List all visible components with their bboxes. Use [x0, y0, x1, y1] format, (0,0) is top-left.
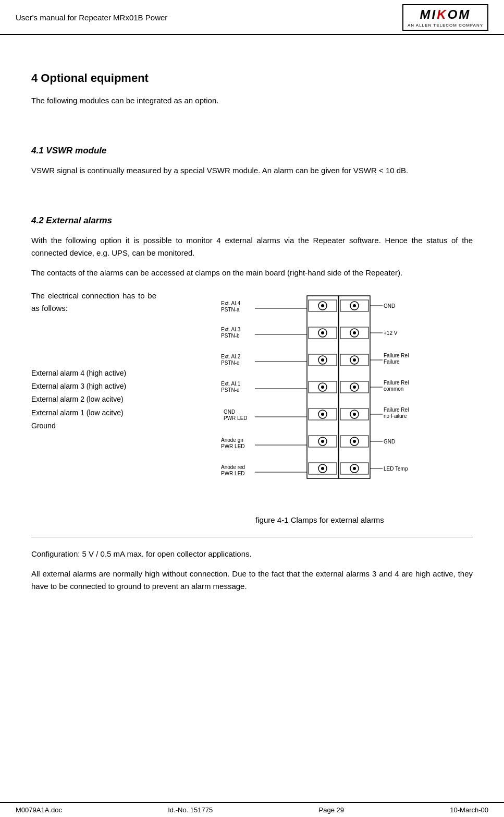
page-footer: M0079A1A.doc Id.-No. 151775 Page 29 10-M…: [0, 802, 504, 817]
svg-text:Failure Rel: Failure Rel: [384, 380, 409, 386]
page-header: User's manual for Repeater MRx01B Power …: [0, 0, 504, 35]
svg-text:PWR LED: PWR LED: [224, 415, 248, 421]
header-title: User's manual for Repeater MRx01B Power: [16, 13, 167, 22]
alarm-labels: External alarm 4 (high active) External …: [31, 367, 156, 432]
svg-point-62: [353, 440, 356, 443]
footer-date: 10-March-00: [450, 806, 488, 814]
section42-body1: With the following option it is possible…: [31, 234, 473, 259]
svg-point-30: [321, 358, 324, 362]
section41-body: VSWR signal is continually measured by a…: [31, 164, 473, 177]
section42-body4: All external alarms are normally high wi…: [31, 568, 473, 593]
svg-text:Ext. AI.4: Ext. AI.4: [221, 301, 241, 306]
logo-mikom: MIKOM: [420, 7, 471, 22]
svg-text:PWR LED: PWR LED: [221, 443, 245, 449]
alarm-label-2: External alarm 2 (low acitve): [31, 393, 156, 406]
svg-point-65: [353, 467, 356, 470]
section42-body2: The contacts of the alarms can be access…: [31, 267, 473, 279]
svg-text:Ext. AI.2: Ext. AI.2: [221, 354, 241, 359]
separator-line: [31, 537, 473, 537]
section42-heading: 4.2 External alarms: [31, 215, 473, 226]
svg-text:GND: GND: [224, 409, 235, 415]
section41-heading: 4.1 VSWR module: [31, 146, 473, 156]
svg-text:Failure Rel: Failure Rel: [384, 353, 409, 358]
svg-text:LED Temp: LED Temp: [384, 466, 408, 472]
svg-point-47: [353, 304, 356, 307]
footer-doc-id: M0079A1A.doc: [16, 806, 62, 814]
svg-text:PWR LED: PWR LED: [221, 471, 245, 476]
logo-subtitle: AN ALLEN TELECOM COMPANY: [408, 23, 483, 28]
svg-point-59: [353, 413, 356, 416]
section42-body3: Configuration: 5 V / 0.5 mA max. for ope…: [31, 548, 473, 560]
figure-caption: figure 4-1 Clamps for external alarms: [167, 515, 473, 524]
svg-text:PSTN-b: PSTN-b: [221, 333, 240, 339]
alarm-label-4: External alarm 4 (high active): [31, 367, 156, 380]
diagram-container: Ext. AI.4 PSTN-a Ext. AI.3 PSTN-b Ext. A…: [221, 290, 419, 510]
footer-id-no: Id.-No. 151775: [168, 806, 213, 814]
figure-right: Ext. AI.4 PSTN-a Ext. AI.3 PSTN-b Ext. A…: [167, 290, 473, 510]
clamps-diagram: Ext. AI.4 PSTN-a Ext. AI.3 PSTN-b Ext. A…: [221, 290, 419, 509]
svg-text:Failure Rel: Failure Rel: [384, 407, 409, 413]
figure-section: The electrical connection has to be as f…: [31, 290, 473, 510]
page-wrapper: User's manual for Repeater MRx01B Power …: [0, 0, 504, 817]
svg-text:PSTN-a: PSTN-a: [221, 307, 240, 313]
svg-text:PSTN-c: PSTN-c: [221, 360, 239, 366]
svg-text:Failure: Failure: [384, 359, 400, 365]
connection-label: The electrical connection has to be as f…: [31, 290, 156, 315]
svg-text:no Failure: no Failure: [384, 413, 407, 419]
section4-intro: The following modules can be integrated …: [31, 94, 473, 107]
svg-point-53: [353, 358, 356, 362]
logo-area: MIKOM AN ALLEN TELECOM COMPANY: [402, 4, 488, 31]
svg-text:Anode gn: Anode gn: [221, 437, 243, 443]
section4-heading: 4 Optional equipment: [31, 71, 473, 85]
svg-point-42: [321, 467, 324, 470]
alarm-label-1: External alarm 1 (low acitve): [31, 406, 156, 419]
svg-text:Ext. AI.3: Ext. AI.3: [221, 327, 241, 332]
svg-point-39: [321, 440, 324, 443]
svg-point-56: [353, 386, 356, 389]
svg-text:GND: GND: [384, 439, 395, 444]
svg-text:PSTN-d: PSTN-d: [221, 387, 240, 393]
svg-point-27: [321, 331, 324, 334]
svg-point-50: [353, 331, 356, 334]
figure-left: The electrical connection has to be as f…: [31, 290, 167, 432]
logo-box: MIKOM AN ALLEN TELECOM COMPANY: [402, 4, 488, 31]
svg-point-36: [321, 413, 324, 416]
svg-text:+12 V: +12 V: [384, 330, 398, 336]
svg-text:common: common: [384, 386, 403, 392]
footer-page: Page 29: [319, 806, 344, 814]
alarm-label-ground: Ground: [31, 419, 156, 432]
svg-text:Anode red: Anode red: [221, 464, 245, 470]
alarm-label-3: External alarm 3 (high active): [31, 380, 156, 393]
svg-point-33: [321, 386, 324, 389]
svg-text:Ext. AI.1: Ext. AI.1: [221, 381, 241, 387]
svg-point-24: [321, 304, 324, 307]
svg-text:GND: GND: [384, 303, 395, 309]
main-content: 4 Optional equipment The following modul…: [0, 35, 504, 631]
